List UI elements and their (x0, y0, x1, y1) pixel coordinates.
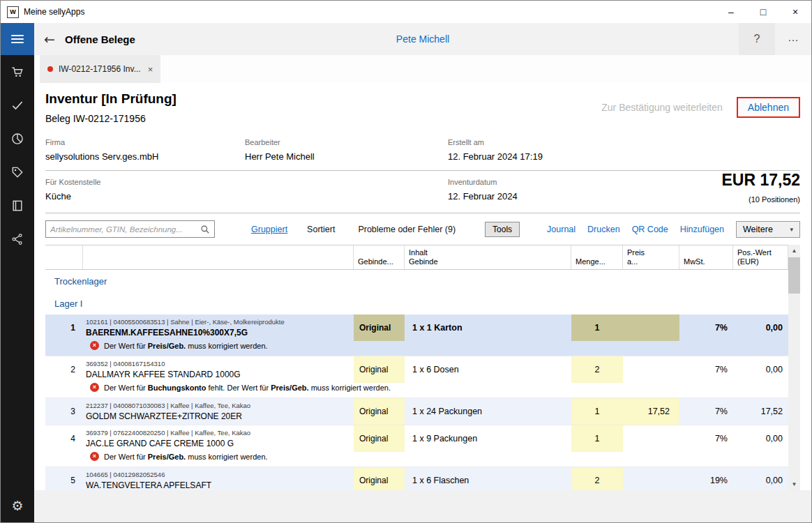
article-name: JAC.LE GRAND CAFE CREME 1000 G (86, 439, 349, 448)
search-icon (200, 225, 210, 234)
qr-code-link[interactable]: QR Code (632, 225, 668, 234)
pos-wert-cell: 0,00 (733, 323, 788, 333)
article-cell: 212237 | 04008071030083 | Kaffee | Kaffe… (82, 400, 354, 423)
inventory-table: Gebinde... Inhalt Gebinde Menge... Preis… (45, 245, 800, 490)
col-header-gebinde[interactable]: Gebinde... (353, 245, 404, 269)
col-header-num[interactable] (45, 245, 82, 269)
search-box[interactable] (45, 220, 215, 238)
help-button[interactable]: ? (739, 23, 775, 55)
sidebar-item-settings[interactable]: ⚙ (1, 489, 34, 522)
sidebar-item-share[interactable] (1, 224, 34, 257)
row-number: 3 (45, 407, 82, 416)
hinzufuegen-link[interactable]: Hinzufügen (680, 225, 724, 234)
search-input[interactable] (50, 225, 200, 234)
weitere-label: Weitere (743, 225, 773, 234)
hamburger-menu-button[interactable] (1, 23, 34, 55)
app-window: W Meine sellyApps – □ × ⚙ ← (0, 0, 812, 523)
field-label: Für Kostenstelle (45, 178, 448, 186)
col-header-menge[interactable]: Menge... (571, 245, 622, 269)
gebinde-cell[interactable]: Original (354, 467, 405, 490)
back-button[interactable]: ← (34, 31, 65, 47)
tab-close-icon[interactable]: × (148, 64, 153, 75)
col-header-mwst[interactable]: MwSt. (679, 245, 732, 269)
weitere-dropdown[interactable]: Weitere ▾ (736, 221, 800, 238)
document-number: Beleg IW-0212-171956 (45, 113, 176, 124)
fields-row-2: Für Kostenstelle Küche Inventurdatum 12.… (45, 171, 800, 213)
minimize-button[interactable]: – (715, 1, 747, 23)
gebinde-cell[interactable]: Original (354, 314, 405, 341)
row-number: 1 (45, 323, 82, 333)
table-row[interactable]: 1102161 | 04005500683513 | Sahne | Eier-… (45, 314, 788, 356)
menge-cell[interactable]: 1 (571, 425, 623, 452)
check-icon (10, 98, 24, 115)
scroll-down-icon[interactable]: ▼ (788, 478, 800, 490)
sidebar-item-check[interactable] (1, 90, 34, 123)
menge-cell[interactable]: 2 (571, 356, 623, 383)
share-icon (10, 232, 24, 249)
list-toolbar: Gruppiert Sortiert Probleme oder Fehler … (45, 220, 800, 238)
current-user[interactable]: Pete Michell (396, 33, 449, 45)
col-header-wert[interactable]: Pos.-Wert (EUR) (732, 245, 788, 269)
col-header-article[interactable] (82, 245, 353, 269)
menge-cell[interactable]: 2 (571, 467, 623, 490)
col-header-inhalt[interactable]: Inhalt Gebinde (404, 245, 571, 269)
preis-cell[interactable] (623, 314, 679, 341)
page-title: Offene Belege (65, 33, 135, 45)
col-header-preis[interactable]: Preis a... (622, 245, 679, 269)
drucken-link[interactable]: Drucken (587, 225, 620, 234)
tools-button[interactable]: Tools (485, 222, 520, 237)
hamburger-icon (11, 33, 24, 45)
sortiert-toggle[interactable]: Sortiert (307, 225, 335, 234)
article-meta: 212237 | 04008071030083 | Kaffee | Kaffe… (86, 402, 349, 409)
article-name: BAERENM.KAFFEESAHNE10%300X7,5G (86, 328, 349, 338)
journal-link[interactable]: Journal (547, 225, 576, 234)
tab-label: IW-0212-171956 Inv... (59, 64, 141, 74)
close-button[interactable]: × (779, 1, 811, 23)
field-value: 12. Februar 2024 17:19 (448, 151, 800, 162)
titlebar: W Meine sellyApps – □ × (1, 1, 811, 23)
gebinde-cell[interactable]: Original (354, 425, 405, 452)
row-error-message: ×Der Wert für Preis/Geb. muss korrigiert… (45, 452, 788, 467)
menge-cell[interactable]: 1 (571, 398, 623, 425)
table-row[interactable]: 3212237 | 04008071030083 | Kaffee | Kaff… (45, 398, 788, 425)
preis-cell (623, 467, 679, 490)
probleme-filter[interactable]: Probleme oder Fehler (9) (358, 225, 456, 234)
more-options-button[interactable]: ··· (775, 23, 811, 55)
unsaved-dot-icon (47, 66, 53, 72)
table-row[interactable]: 5104665 | 04012982052546WA.TENGVELTERA A… (45, 467, 788, 490)
row-error-message: ×Der Wert für Buchungskonto fehlt. Der W… (45, 383, 788, 397)
forward-action[interactable]: Zur Bestätigung weiterleiten (601, 102, 723, 113)
pie-chart-icon (10, 132, 24, 149)
article-name: DALLMAYR KAFFEE STANDARD 1000G (86, 370, 349, 379)
mwst-cell: 7% (679, 434, 733, 444)
gruppiert-toggle[interactable]: Gruppiert (251, 225, 287, 234)
group-header[interactable]: Trockenlager (45, 270, 788, 292)
error-text: Der Wert für Preis/Geb. muss korrigiert … (104, 342, 268, 350)
sidebar-item-tag[interactable] (1, 157, 34, 190)
sidebar-item-pie-chart[interactable] (1, 123, 34, 157)
pos-wert-cell: 0,00 (733, 434, 788, 444)
sidebar-item-cart[interactable] (1, 56, 34, 90)
window-title: Meine sellyApps (24, 7, 84, 17)
vertical-scrollbar[interactable]: ▲ ▼ (788, 245, 800, 490)
maximize-button[interactable]: □ (747, 1, 779, 23)
gebinde-cell[interactable]: Original (354, 356, 405, 383)
article-meta: 104665 | 04012982052546 (86, 471, 349, 478)
gebinde-cell[interactable]: Original (354, 398, 405, 425)
inhalt-cell: 1 x 9 Packungen (405, 425, 571, 452)
preis-cell[interactable]: 17,52 (623, 398, 679, 425)
row-number: 5 (45, 476, 82, 485)
tab-document[interactable]: IW-0212-171956 Inv... × (40, 55, 160, 83)
table-row[interactable]: 2369352 | 04008167154310DALLMAYR KAFFEE … (45, 356, 788, 398)
field-bearbeiter: Bearbeiter Herr Pete Michell (245, 138, 448, 162)
journal-icon (10, 199, 24, 215)
scroll-up-icon[interactable]: ▲ (788, 245, 800, 257)
scroll-thumb[interactable] (788, 257, 800, 294)
reject-button[interactable]: Ablehnen (737, 97, 800, 118)
table-row[interactable]: 4369379 | 07622400820250 | Kaffee | Kaff… (45, 425, 788, 467)
menge-cell[interactable]: 1 (571, 314, 623, 341)
sidebar-item-journal[interactable] (1, 190, 34, 224)
group-header-sub[interactable]: Lager I (45, 292, 788, 314)
article-cell: 369379 | 07622400820250 | Kaffee | Kaffe… (82, 427, 354, 450)
article-cell: 102161 | 04005500683513 | Sahne | Eier-,… (82, 316, 354, 340)
